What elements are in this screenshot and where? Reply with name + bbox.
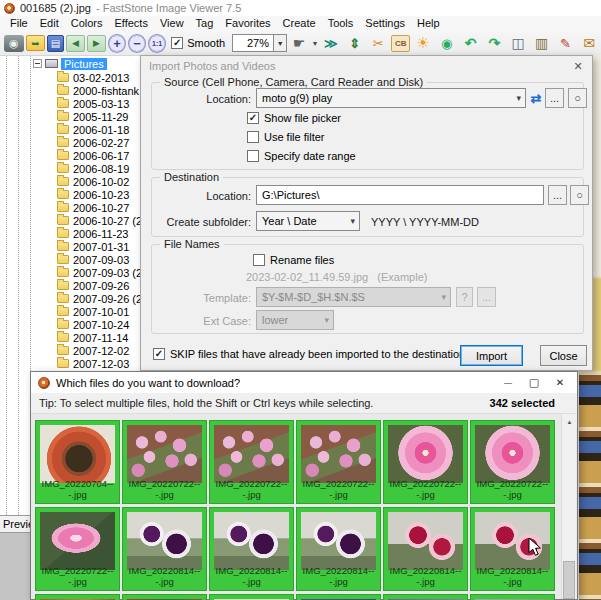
import-from-camera-icon[interactable] xyxy=(4,35,24,52)
close-button[interactable]: Close xyxy=(540,345,587,366)
destination-options-button[interactable]: ○ xyxy=(570,185,589,205)
tree-node-folder[interactable]: 2006-08-19 xyxy=(57,162,129,175)
tree-node-folder[interactable]: 2006-10-27 xyxy=(57,201,129,214)
actual-size-icon[interactable] xyxy=(148,34,166,53)
menu-create[interactable]: Create xyxy=(277,16,322,31)
zoom-level-input[interactable]: 27% xyxy=(232,34,274,52)
tree-node-folder[interactable]: 2000-fishtank xyxy=(57,84,139,97)
thumbnail-item[interactable]: IMG_20220722---.jpg xyxy=(383,420,468,504)
hand-tool-caret-icon[interactable]: ▾ xyxy=(313,39,317,48)
menu-edit[interactable]: Edit xyxy=(34,16,65,31)
source-location-combobox[interactable]: moto g(9) play xyxy=(256,88,526,108)
create-subfolder-combobox[interactable]: Year \ Date xyxy=(256,211,360,231)
rename-files-checkbox[interactable] xyxy=(253,254,265,266)
close-icon[interactable] xyxy=(570,59,586,74)
screen-capture-icon[interactable] xyxy=(531,33,553,54)
slideshow-icon[interactable] xyxy=(320,33,342,54)
tree-node-folder[interactable]: 2006-01-18 xyxy=(57,123,129,136)
vertical-scrollbar[interactable]: ▲ xyxy=(561,414,576,599)
draw-board-icon[interactable] xyxy=(555,33,577,54)
thumbnail-item[interactable] xyxy=(209,594,294,600)
tree-node-folder[interactable]: 03-02-2013 xyxy=(57,71,129,84)
adjust-colors-icon[interactable] xyxy=(412,33,434,54)
tree-node-pictures[interactable]: Pictures xyxy=(33,57,107,70)
zoom-in-icon[interactable] xyxy=(108,34,126,53)
import-button[interactable]: Import xyxy=(460,345,523,366)
email-icon[interactable] xyxy=(578,33,600,54)
tree-node-folder[interactable]: 2007-12-02 xyxy=(57,344,129,357)
open-file-icon[interactable] xyxy=(26,35,45,51)
tree-node-folder[interactable]: 2006-11-23 xyxy=(57,227,128,240)
skip-imported-checkbox[interactable] xyxy=(153,348,165,360)
tree-node-folder[interactable]: 2005-11-29 xyxy=(57,110,128,123)
zoom-level-dropdown[interactable]: ▼ xyxy=(274,34,287,52)
thumbnail-item[interactable] xyxy=(470,594,555,600)
menu-help[interactable]: Help xyxy=(411,16,446,31)
tree-node-folder[interactable]: 2007-09-03 xyxy=(57,253,129,266)
thumbnail-item[interactable]: IMG_20220722---.jpg xyxy=(296,420,381,504)
thumbnail-item[interactable]: IMG_20220704---.jpg xyxy=(35,420,120,504)
tree-node-folder[interactable]: 2007-11-14 xyxy=(57,331,128,344)
tree-node-folder[interactable]: 2006-10-02 xyxy=(57,175,129,188)
tree-node-folder[interactable]: 2006-06-17 xyxy=(57,149,129,162)
menu-effects[interactable]: Effects xyxy=(109,16,154,31)
menu-view[interactable]: View xyxy=(154,16,190,31)
thumbnail-item[interactable]: IMG_20220814---.jpg xyxy=(296,507,381,591)
menu-colors[interactable]: Colors xyxy=(65,16,109,31)
tree-node-folder[interactable]: 2006-02-27 xyxy=(57,136,129,149)
red-eye-removal-icon[interactable] xyxy=(436,33,458,54)
smooth-checkbox[interactable] xyxy=(171,37,183,49)
menu-tag[interactable]: Tag xyxy=(190,16,220,31)
menu-tools[interactable]: Tools xyxy=(322,16,360,31)
tree-node-folder[interactable]: 2007-09-26 xyxy=(57,279,129,292)
tree-node-folder[interactable]: 2005-03-13 xyxy=(57,97,129,110)
clone-stamp-icon[interactable] xyxy=(391,35,410,52)
tree-node-folder[interactable]: 2007-09-26 (2) xyxy=(57,292,146,305)
hand-tool-icon[interactable] xyxy=(288,33,310,54)
destination-location-input[interactable]: G:\Pictures\ xyxy=(256,185,544,205)
scrollbar-thumb[interactable] xyxy=(563,561,575,599)
zoom-out-icon[interactable] xyxy=(128,34,146,53)
menu-file[interactable]: File xyxy=(4,16,34,31)
thumbnail-item[interactable]: IMG_20220722---.jpg xyxy=(470,420,555,504)
thumbnail-item[interactable] xyxy=(35,594,120,600)
thumbnail-item[interactable] xyxy=(296,594,381,600)
menu-settings[interactable]: Settings xyxy=(359,16,411,31)
thumbnail-item[interactable]: IMG_20220722---.jpg xyxy=(35,507,120,591)
tree-node-folder[interactable]: 2007-01-31 xyxy=(57,240,129,253)
previous-image-icon[interactable] xyxy=(66,35,85,52)
thumbnail-item[interactable] xyxy=(122,594,207,600)
thumbnail-item[interactable]: IMG_20220814---.jpg xyxy=(383,507,468,591)
resize-icon[interactable] xyxy=(344,33,366,54)
use-file-filter-checkbox[interactable] xyxy=(247,131,259,143)
crop-icon[interactable] xyxy=(367,33,389,54)
thumbnail-item[interactable] xyxy=(383,594,468,600)
next-image-icon[interactable] xyxy=(87,35,106,52)
rotate-left-icon[interactable] xyxy=(460,33,482,54)
source-options-button[interactable]: ○ xyxy=(568,88,587,108)
tree-node-folder[interactable]: 2006-10-27 (2) xyxy=(57,214,146,227)
compare-images-icon[interactable] xyxy=(507,33,529,54)
download-dialog-titlebar[interactable]: Which files do you want to download? xyxy=(31,372,577,393)
maximize-icon[interactable] xyxy=(521,372,547,393)
scroll-up-icon[interactable]: ▲ xyxy=(562,414,577,429)
import-dialog-titlebar[interactable]: Import Photos and Videos xyxy=(141,56,592,76)
specify-date-range-checkbox[interactable] xyxy=(247,150,259,162)
thumbnail-item[interactable]: IMG_20220814---.jpg xyxy=(470,507,555,591)
thumbnail-item[interactable]: IMG_20220814---.jpg xyxy=(209,507,294,591)
save-icon[interactable] xyxy=(47,35,64,52)
refresh-icon[interactable] xyxy=(529,88,543,108)
tree-node-folder[interactable]: 2007-10-01 xyxy=(57,305,129,318)
tree-node-folder[interactable]: 2007-12-03 xyxy=(57,357,129,370)
tree-node-folder[interactable]: 2006-10-23 xyxy=(57,188,129,201)
source-browse-button[interactable]: ... xyxy=(545,88,564,108)
minimize-icon[interactable] xyxy=(495,372,521,393)
menu-favorites[interactable]: Favorites xyxy=(219,16,276,31)
thumbnail-item[interactable]: IMG_20220722---.jpg xyxy=(122,420,207,504)
destination-browse-button[interactable]: ... xyxy=(548,185,567,205)
close-icon[interactable] xyxy=(547,372,573,393)
show-file-picker-checkbox[interactable] xyxy=(247,112,259,124)
thumbnail-item[interactable]: IMG_20220722---.jpg xyxy=(209,420,294,504)
tree-node-folder[interactable]: 2007-09-03 (2) xyxy=(57,266,146,279)
rotate-right-icon[interactable] xyxy=(483,33,505,54)
